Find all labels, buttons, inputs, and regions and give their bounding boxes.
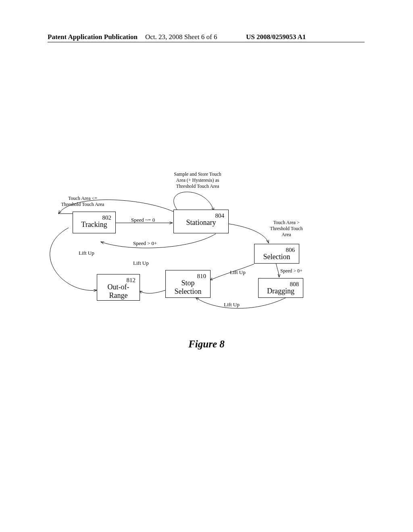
label-speed0: Speed ~= 0 <box>131 217 155 223</box>
header-rule <box>48 42 365 42</box>
state-name: Selection <box>254 253 299 261</box>
figure-caption: Figure 8 <box>0 339 413 350</box>
state-name: Stationary <box>174 218 228 227</box>
state-name: Out-of- Range <box>97 283 140 300</box>
state-diagram: 802 Tracking 804 Stationary 806 Selectio… <box>36 169 343 330</box>
label-speed-pos-2: Speed > 0+ <box>280 268 302 274</box>
label-liftup-3: Lift Up <box>230 269 246 276</box>
label-area-le: Touch Area <= Threshold Touch Area <box>54 195 111 208</box>
state-stationary: 804 Stationary <box>173 210 229 233</box>
state-selection: 806 Selection <box>254 244 299 264</box>
state-stop-selection: 810 Stop Selection <box>165 270 211 298</box>
label-area-gt: Touch Area > Threshold Touch Area <box>262 220 311 238</box>
state-name: Stop Selection <box>166 279 210 296</box>
header-right: US 2008/0259053 A1 <box>246 33 306 41</box>
label-liftup-4: Lift Up <box>224 301 240 308</box>
header-center: Oct. 23, 2008 Sheet 6 of 6 <box>145 33 217 41</box>
label-liftup-2: Lift Up <box>133 260 149 266</box>
state-tracking: 802 Tracking <box>73 212 116 233</box>
label-speed-pos-1: Speed > 0+ <box>133 240 157 247</box>
state-out-of-range: 812 Out-of- Range <box>97 274 140 301</box>
label-liftup-1: Lift Up <box>79 250 94 256</box>
state-dragging: 808 Dragging <box>258 278 303 298</box>
state-name: Dragging <box>259 287 303 295</box>
label-threshold-note: Sample and Store Touch Area (+ Hysteresi… <box>163 171 232 189</box>
header-left: Patent Application Publication <box>48 33 138 41</box>
state-name: Tracking <box>73 220 115 229</box>
